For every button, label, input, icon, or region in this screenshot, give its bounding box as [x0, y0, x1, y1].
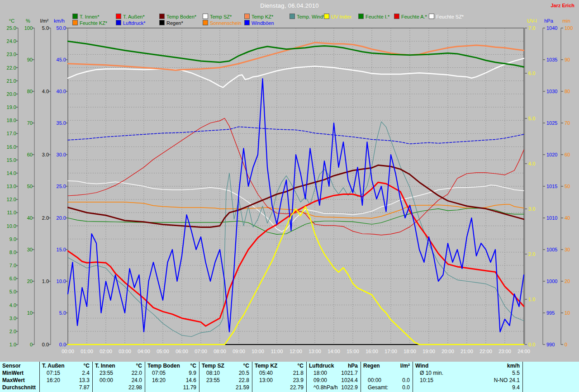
table-cell-row: 00:0024.0 — [93, 377, 145, 384]
table-cell-row: 18:001021.7 — [307, 369, 361, 377]
tick-label-min: 20 — [565, 279, 570, 284]
x-tick-label: 01:00 — [81, 349, 93, 354]
tick-label-celsius: 6.0 — [9, 276, 16, 281]
tick-label-hpa: 1005 — [546, 247, 557, 252]
tick-label-kmh: 5.0 — [59, 310, 66, 316]
tick-label-hpa: 1040 — [546, 25, 557, 31]
row-label-sensor: Sensor — [0, 362, 39, 369]
x-tick-label: 19:00 — [422, 349, 435, 354]
tick-label-percent: 70 — [27, 120, 33, 126]
row-label-durchschnitt: Durchschnitt — [0, 384, 39, 391]
tick-label-uv: 1.0 — [528, 297, 535, 302]
weather-app-window: Dienstag, 06.04.2010 Jarz Erich T. Innen… — [0, 0, 579, 392]
tick-label-uv: 3.0 — [528, 206, 535, 212]
table-group-wind: Windkm/hØ 10 min.5.510:15N-NO 24.19.4 — [413, 362, 522, 392]
tick-label-percent: 100 — [24, 25, 33, 31]
tick-label-kmh: 35.0 — [57, 120, 66, 126]
table-group-header: LuftdruckhPa — [307, 362, 361, 369]
x-tick-label: 03:00 — [119, 349, 131, 354]
tick-label-lm2: 4.0 — [42, 89, 49, 94]
table-cell-row: 21.59 — [199, 384, 252, 391]
x-tick-label: 13:00 — [308, 349, 321, 354]
tick-label-hpa: 995 — [546, 310, 555, 316]
table-cell-row: Gesamt:0.0 — [361, 384, 413, 391]
x-tick-label: 15:00 — [346, 349, 359, 354]
axis-header-uv: UV-I — [527, 18, 536, 24]
table-cell-row: 11.79 — [145, 384, 199, 391]
tick-label-celsius: 9.0 — [9, 236, 16, 242]
tick-label-hpa: 1010 — [546, 215, 557, 221]
table-group-temp-kz: Temp KZ°C05:4021.813:0023.922.79 — [252, 362, 306, 392]
tick-label-celsius: 15.0 — [7, 157, 16, 163]
tick-label-percent: 10 — [27, 310, 33, 316]
axis-header-min: min — [562, 18, 570, 24]
table-cell-row: 13:0023.9 — [252, 377, 306, 384]
tick-label-min: 100 — [565, 25, 573, 31]
x-tick-label: 02:00 — [100, 349, 112, 354]
x-tick-label: 16:00 — [365, 349, 378, 354]
x-tick-label: 21:00 — [460, 349, 473, 354]
table-group-header: Temp SZ°C — [199, 362, 252, 369]
table-cell-row: 07:152.4 — [40, 369, 92, 377]
tick-label-percent: 60 — [27, 152, 33, 157]
axis-header-lm2: l/m² — [40, 18, 49, 24]
tick-label-min: 30 — [565, 247, 570, 252]
tick-label-min: 0 — [565, 342, 567, 347]
tick-label-kmh: 30.0 — [57, 152, 66, 157]
table-cell-row: 05:4021.8 — [252, 369, 306, 377]
tick-label-celsius: 16.0 — [7, 144, 16, 150]
table-group-luftdruck: LuftdruckhPa18:001021.709:001024.4^0.8hP… — [306, 362, 361, 392]
tick-label-percent: 50 — [27, 184, 33, 189]
table-group-header: Regenl/m² — [361, 362, 413, 369]
weather-chart: °C25.024.023.022.021.020.019.018.017.016… — [0, 0, 579, 362]
x-tick-label: 11:00 — [271, 349, 283, 354]
tick-label-lm2: 0.0 — [42, 342, 49, 347]
tick-label-kmh: 25.0 — [57, 184, 66, 189]
tick-label-uv: 7.0 — [528, 25, 535, 31]
tick-label-celsius: 12.0 — [7, 197, 16, 202]
axis-header-percent: % — [26, 18, 30, 24]
table-cell-row: 22.79 — [252, 384, 306, 391]
row-label-maxwert: MaxWert — [0, 377, 39, 384]
table-row-labels: SensorMinWertMaxWertDurchschnitt — [0, 362, 39, 392]
tick-label-min: 70 — [565, 120, 570, 126]
tick-label-lm2: 1.0 — [42, 279, 49, 284]
tick-label-percent: 20 — [27, 279, 33, 284]
tick-label-kmh: 40.0 — [57, 89, 66, 94]
table-cell-row: 07:059.9 — [145, 369, 199, 377]
x-tick-label: 07:00 — [195, 349, 207, 354]
x-tick-label: 18:00 — [403, 349, 416, 354]
x-tick-label: 17:00 — [384, 349, 397, 354]
table-cell-row: 09:001024.4 — [307, 377, 361, 384]
tick-label-lm2: 2.0 — [42, 215, 49, 221]
tick-label-kmh: 20.0 — [57, 215, 66, 221]
x-tick-label: 06:00 — [176, 349, 188, 354]
table-cell-row: 16:2013.3 — [40, 377, 92, 384]
tick-label-lm2: 3.0 — [42, 152, 49, 157]
axis-header-kmh: km/h — [54, 18, 65, 24]
tick-label-kmh: 50.0 — [57, 25, 66, 31]
x-tick-label: 09:00 — [233, 349, 245, 354]
x-tick-label: 00:00 — [62, 349, 74, 354]
x-tick-label: 12:00 — [290, 349, 302, 354]
tick-label-celsius: 14.0 — [7, 170, 16, 176]
axis-header-hpa: hPa — [544, 18, 553, 24]
tick-label-kmh: 10.0 — [57, 279, 66, 284]
tick-label-kmh: 0.0 — [59, 342, 66, 347]
tick-label-celsius: 11.0 — [7, 210, 16, 215]
x-tick-label: 22:00 — [479, 349, 492, 354]
table-group-temp-boden: Temp Boden°C07:059.916:2014.611.79 — [145, 362, 199, 392]
tick-label-hpa: 1000 — [546, 279, 557, 284]
tick-label-celsius: 19.0 — [7, 104, 16, 110]
table-group-header: T. Innen°C — [93, 362, 145, 369]
table-group-temp-sz: Temp SZ°C08:1020.523:5522.821.59 — [199, 362, 252, 392]
tick-label-celsius: 13.0 — [7, 184, 16, 189]
tick-label-percent: 30 — [27, 247, 33, 252]
table-group-header: Windkm/h — [413, 362, 522, 369]
tick-label-celsius: 2.0 — [9, 329, 16, 334]
tick-label-celsius: 21.0 — [7, 78, 16, 84]
tick-label-uv: 4.0 — [528, 161, 535, 166]
tick-label-kmh: 45.0 — [57, 57, 66, 62]
table-cell-row: 9.4 — [413, 384, 522, 391]
tick-label-hpa: 1030 — [546, 89, 557, 94]
